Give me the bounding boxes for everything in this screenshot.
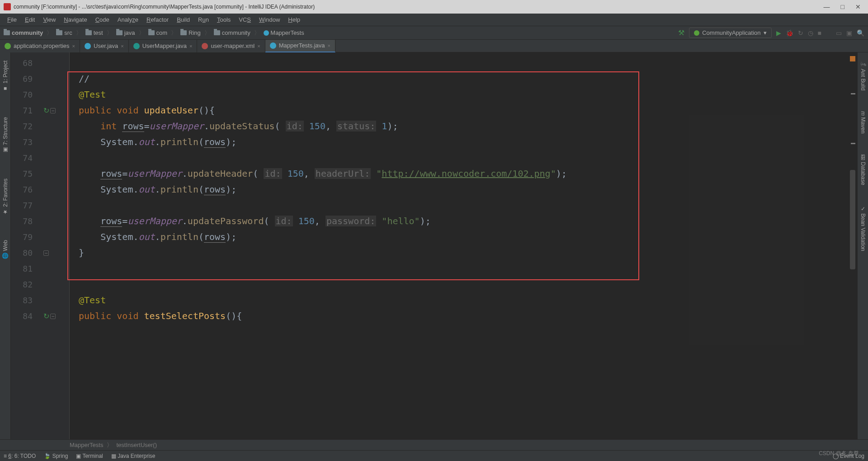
- fold-icon[interactable]: −: [43, 250, 49, 256]
- breadcrumb-file[interactable]: MapperTests: [264, 29, 304, 36]
- class-icon: [270, 42, 276, 49]
- bottom-tool-bar: ≡ 6: 6: TODO 🍃 Spring ▣ Terminal ▦ Java …: [0, 450, 868, 461]
- line-numbers: 68697071 72737475 76777879 80818283 84: [11, 52, 42, 439]
- breadcrumb-src[interactable]: src: [56, 29, 72, 36]
- titlebar: community [F:\community] - ...\src\test\…: [0, 0, 868, 14]
- close-icon[interactable]: ×: [328, 43, 330, 48]
- scrollbar-thumb[interactable]: [850, 170, 855, 269]
- menubar: File Edit View Navigate Code Analyze Ref…: [0, 14, 868, 26]
- breadcrumb-com[interactable]: com: [148, 29, 168, 36]
- menu-tools[interactable]: Tools: [213, 15, 234, 24]
- gutter-icons: ↻− − ↻−: [42, 52, 70, 439]
- navigation-bar: community 〉 src 〉 test 〉 java 〉 com 〉 Ri…: [0, 26, 868, 40]
- watermark: CSDN @炙 盘尊: [819, 450, 859, 457]
- tab-application-properties[interactable]: application.properties×: [0, 40, 80, 52]
- close-icon[interactable]: ×: [189, 43, 192, 49]
- left-toolbar: ■ 1: Project ▣ 7: Structure ★ 2: Favorit…: [0, 52, 11, 439]
- menu-run[interactable]: Run: [194, 15, 212, 24]
- minimize-icon[interactable]: —: [824, 3, 830, 10]
- menu-navigate[interactable]: Navigate: [60, 15, 90, 24]
- menu-code[interactable]: Code: [92, 15, 113, 24]
- tool-java-ee[interactable]: ▦ Java Enterprise: [111, 453, 156, 459]
- chevron-down-icon: ▾: [764, 29, 767, 36]
- menu-window[interactable]: Window: [255, 15, 283, 24]
- structure-icon[interactable]: ▣: [846, 29, 852, 37]
- menu-help[interactable]: Help: [284, 15, 304, 24]
- run-gutter-icon[interactable]: ↻: [43, 312, 49, 320]
- breadcrumb-root[interactable]: community: [4, 29, 43, 36]
- maximize-icon[interactable]: □: [841, 3, 844, 10]
- menu-vcs[interactable]: VCS: [235, 15, 255, 24]
- tool-todo[interactable]: ≡ 6: 6: TODO: [4, 453, 36, 459]
- run-gutter-icon[interactable]: ↻: [43, 106, 49, 115]
- menu-view[interactable]: View: [39, 15, 59, 24]
- tool-bean[interactable]: ✓ Bean Validation: [860, 202, 866, 255]
- tab-usermapper-java[interactable]: UserMapper.java×: [129, 40, 198, 52]
- tool-web[interactable]: 🌐 Web: [2, 236, 9, 263]
- tool-project[interactable]: ■ 1: Project: [2, 57, 9, 95]
- search-icon[interactable]: 🔍: [857, 29, 864, 37]
- interface-icon: [133, 43, 140, 49]
- class-icon: [85, 43, 91, 49]
- code-area[interactable]: // @Test public void updateUser(){ int r…: [70, 52, 857, 439]
- menu-refactor[interactable]: Refactor: [143, 15, 172, 24]
- fold-icon[interactable]: −: [50, 108, 56, 113]
- debug-icon[interactable]: 🐞: [786, 29, 793, 37]
- coverage-icon[interactable]: ↻: [798, 29, 803, 37]
- tool-ant[interactable]: 🐜 Ant Build: [860, 57, 866, 94]
- breadcrumb-ring[interactable]: Ring: [180, 29, 201, 36]
- gutter: 68697071 72737475 76777879 80818283 84 ↻…: [11, 52, 70, 439]
- menu-analyze[interactable]: Analyze: [114, 15, 142, 24]
- editor[interactable]: 68697071 72737475 76777879 80818283 84 ↻…: [11, 52, 857, 439]
- app-icon: [4, 3, 11, 10]
- right-toolbar: 🐜 Ant Build m Maven 🗄 Database ✓ Bean Va…: [857, 52, 868, 439]
- menu-build[interactable]: Build: [173, 15, 193, 24]
- editor-tabs: application.properties× User.java× UserM…: [0, 40, 868, 52]
- tab-user-java[interactable]: User.java×: [80, 40, 129, 52]
- tool-maven[interactable]: m Maven: [860, 108, 866, 137]
- menu-edit[interactable]: Edit: [21, 15, 38, 24]
- xml-icon: [202, 43, 208, 49]
- crumb-method[interactable]: testInsertUser(): [116, 442, 157, 448]
- window-title: community [F:\community] - ...\src\test\…: [14, 4, 824, 10]
- menu-file[interactable]: File: [4, 15, 20, 24]
- tab-user-mapper-xml[interactable]: user-mapper.xml×: [197, 40, 265, 52]
- run-config-label: CommunityApplication: [702, 29, 760, 36]
- close-icon[interactable]: ×: [257, 43, 260, 49]
- close-icon[interactable]: ×: [121, 43, 123, 49]
- tool-spring[interactable]: 🍃 Spring: [44, 453, 68, 459]
- spring-icon: [694, 30, 699, 36]
- editor-breadcrumbs: MapperTests 〉 testInsertUser(): [0, 439, 868, 450]
- crumb-class[interactable]: MapperTests: [70, 442, 103, 448]
- leaf-icon: [5, 43, 11, 49]
- close-icon[interactable]: ×: [72, 43, 75, 49]
- scroll-markers: [849, 52, 855, 439]
- breadcrumb-java[interactable]: java: [116, 29, 135, 36]
- run-icon[interactable]: ▶: [776, 29, 781, 37]
- tool-favorites[interactable]: ★ 2: Favorites: [2, 175, 9, 219]
- layout-icon[interactable]: ▭: [836, 29, 842, 37]
- close-icon[interactable]: ✕: [855, 3, 861, 10]
- tab-mappertests-java[interactable]: MapperTests.java×: [265, 40, 335, 52]
- breadcrumb-community[interactable]: community: [214, 29, 250, 36]
- profile-icon[interactable]: ◷: [808, 29, 813, 37]
- fold-icon[interactable]: −: [50, 314, 56, 319]
- stop-icon[interactable]: ■: [818, 29, 821, 37]
- window-controls: — □ ✕: [824, 3, 864, 10]
- run-config-selector[interactable]: CommunityApplication ▾: [689, 28, 771, 38]
- breadcrumb-test[interactable]: test: [85, 29, 103, 36]
- build-icon[interactable]: ⚒: [678, 28, 684, 37]
- tool-database[interactable]: 🗄 Database: [860, 151, 866, 189]
- main-area: ■ 1: Project ▣ 7: Structure ★ 2: Favorit…: [0, 52, 868, 439]
- tool-structure[interactable]: ▣ 7: Structure: [2, 113, 9, 157]
- tool-terminal[interactable]: ▣ Terminal: [76, 453, 103, 459]
